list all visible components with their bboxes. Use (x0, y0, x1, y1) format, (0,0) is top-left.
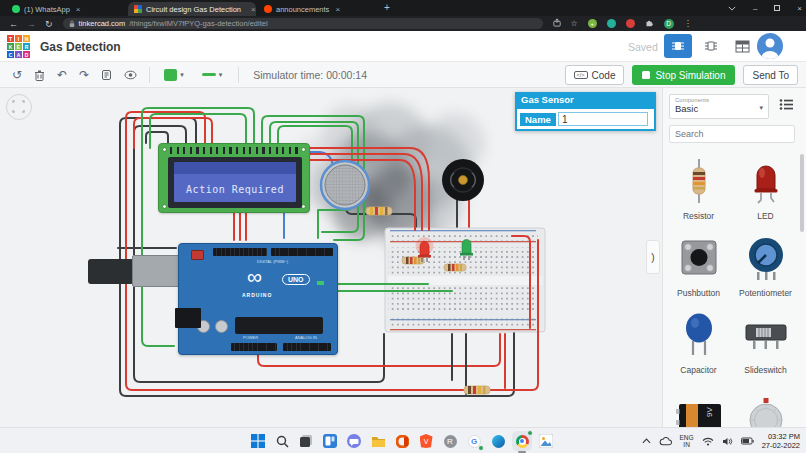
reset-button[interactable] (191, 250, 204, 260)
browser-menu-icon[interactable]: ⋮ (684, 19, 692, 28)
zoom-to-fit-button[interactable] (6, 94, 32, 120)
google-app-icon[interactable]: G (466, 433, 482, 449)
wifi-icon[interactable] (702, 437, 714, 446)
page-title[interactable]: Gas Detection (40, 40, 121, 54)
reload-icon[interactable]: ↻ (45, 19, 53, 29)
chevron-down-icon: ▾ (219, 71, 223, 79)
screen: (1) WhatsApp × Circuit design Gas Detect… (0, 0, 806, 453)
share-icon[interactable] (553, 18, 561, 29)
extension-red-icon[interactable] (626, 19, 635, 28)
task-view-icon[interactable] (298, 433, 314, 449)
sidebar-scrollbar[interactable] (800, 154, 804, 232)
start-button[interactable] (250, 433, 266, 449)
circuit-canvas[interactable]: Action Required DIGITAL (PWM~) ∞ ARDUINO… (0, 88, 662, 427)
close-icon[interactable]: × (335, 5, 340, 14)
component-capacitor[interactable]: Capacitor (665, 304, 732, 381)
list-view-icon[interactable] (779, 97, 794, 115)
microcontroller-ic[interactable] (235, 317, 323, 334)
color-dropdown[interactable]: ▾ (160, 67, 188, 83)
close-icon[interactable]: × (251, 5, 256, 14)
volume-icon[interactable] (722, 437, 733, 446)
tab-whatsapp[interactable]: (1) WhatsApp × (6, 2, 126, 16)
resistor-component[interactable] (464, 386, 490, 394)
tinkercad-logo[interactable]: TIN KER CAD (7, 35, 31, 59)
table-icon (735, 40, 750, 53)
back-icon[interactable]: ← (9, 19, 18, 29)
taskbar-clock[interactable]: 03:32 PM 27-02-2022 (762, 432, 800, 451)
photos-icon[interactable] (538, 433, 554, 449)
file-explorer-icon[interactable] (370, 433, 386, 449)
brave-icon[interactable]: V (418, 433, 434, 449)
component-pushbutton[interactable]: Pushbutton (665, 227, 732, 304)
office-icon[interactable] (394, 433, 410, 449)
language-indicator[interactable]: ENGIN (680, 434, 694, 449)
onedrive-cloud-icon[interactable] (659, 437, 672, 446)
extension-teal-icon[interactable] (607, 19, 616, 28)
extensions-puzzle-icon[interactable] (645, 18, 654, 29)
resistor-component[interactable] (366, 207, 392, 215)
digital-header[interactable] (271, 248, 333, 256)
gas-sensor[interactable] (321, 161, 369, 209)
gas-sensor-popup: Gas Sensor Name (515, 92, 656, 131)
edge-icon[interactable] (490, 433, 506, 449)
circuit-view-button[interactable] (664, 34, 692, 58)
components-view-button[interactable] (697, 34, 725, 58)
tab-announcements[interactable]: announcements × (258, 2, 376, 16)
browser-profile-avatar[interactable]: D (664, 19, 674, 29)
lcd-display[interactable]: Action Required (158, 143, 310, 213)
send-to-button[interactable]: Send To (743, 65, 798, 85)
delete-icon[interactable] (34, 69, 45, 81)
power-header[interactable] (231, 343, 277, 351)
maximize-button[interactable] (774, 5, 780, 11)
redo-icon[interactable]: ↷ (79, 68, 89, 82)
close-icon[interactable]: × (76, 5, 81, 14)
buzzer[interactable] (442, 159, 484, 201)
table-view-button[interactable] (728, 34, 756, 58)
rotate-icon[interactable]: ↺ (12, 68, 22, 82)
resistor-icon (677, 150, 721, 211)
components-category-dropdown[interactable]: Components Basic ▾ (669, 94, 769, 119)
sidebar-collapse-handle[interactable]: ) (646, 240, 660, 274)
tab-circuit-design[interactable]: Circuit design Gas Detection × (128, 2, 256, 16)
wire-style-dropdown[interactable]: ▾ (198, 69, 227, 81)
resistor-component[interactable] (444, 264, 466, 271)
code-button[interactable]: </> Code (565, 65, 625, 85)
digital-header[interactable] (213, 248, 267, 256)
component-label: Resistor (683, 211, 714, 221)
close-window-button[interactable]: × (797, 4, 802, 13)
arduino-uno[interactable]: DIGITAL (PWM~) ∞ ARDUINO UNO POWER ANALO… (178, 243, 338, 355)
component-slideswitch[interactable]: Slideswitch (732, 304, 799, 381)
widgets-icon[interactable] (322, 433, 338, 449)
new-tab-button[interactable]: + (384, 2, 390, 13)
extension-adder-icon[interactable]: + (588, 19, 597, 28)
chrome-icon[interactable] (514, 433, 530, 449)
r-app-icon[interactable]: R (442, 433, 458, 449)
name-input[interactable] (558, 112, 648, 126)
component-resistor[interactable]: Resistor (665, 150, 732, 227)
search-icon[interactable] (274, 433, 290, 449)
resistor-component[interactable] (402, 257, 424, 264)
visibility-eye-icon[interactable] (124, 70, 137, 80)
undo-icon[interactable]: ↶ (57, 68, 67, 82)
chevron-down-icon[interactable] (728, 6, 736, 11)
taskbar-icons: V R G (250, 428, 554, 453)
minimize-button[interactable]: – (753, 4, 757, 13)
usb-connector[interactable] (132, 255, 180, 287)
analog-header[interactable] (283, 343, 331, 351)
chat-icon[interactable] (346, 433, 362, 449)
chip-icon (671, 39, 685, 53)
component-search[interactable] (669, 125, 795, 143)
component-potentiometer[interactable]: Potentiometer (732, 227, 799, 304)
user-avatar[interactable] (757, 33, 783, 59)
address-bar[interactable]: tinkercad.com/things/fxwIMV7fPYQ-gas-det… (63, 18, 543, 29)
notes-icon[interactable] (101, 69, 112, 81)
tray-chevron-up-icon[interactable] (642, 438, 651, 444)
search-input[interactable] (670, 129, 797, 139)
battery-icon[interactable] (741, 437, 754, 445)
usb-cable-plug[interactable] (88, 259, 134, 284)
popup-title[interactable]: Gas Sensor (515, 92, 656, 107)
bookmark-star-icon[interactable]: ☆ (571, 19, 578, 28)
stop-simulation-button[interactable]: Stop Simulation (632, 65, 735, 85)
component-led[interactable]: LED (732, 150, 799, 227)
forward-icon[interactable]: → (27, 19, 36, 29)
